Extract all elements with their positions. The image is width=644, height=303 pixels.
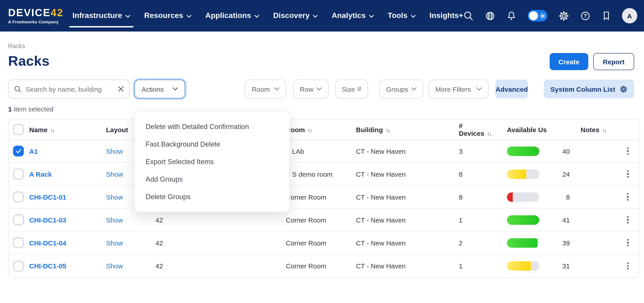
room-value: Corner Room	[286, 216, 326, 224]
actions-menu-item[interactable]: Delete with Detailed Confirmation	[135, 118, 290, 135]
sort-icon[interactable]: ↑↓	[308, 127, 312, 133]
row-checkbox[interactable]	[13, 168, 24, 179]
select-all-checkbox[interactable]	[13, 124, 24, 135]
filter-groups[interactable]: Groups	[379, 80, 423, 98]
filter-label: Room	[252, 85, 270, 93]
nav-resources[interactable]: Resources	[144, 11, 192, 20]
column-header[interactable]: # Devices↑↓	[450, 122, 495, 137]
capacity-bar	[507, 192, 539, 202]
row-checkbox[interactable]	[13, 260, 24, 271]
create-button[interactable]: Create	[550, 53, 588, 70]
actions-menu-item[interactable]: Add Groups	[135, 170, 290, 188]
layout-show-link[interactable]: Show	[106, 170, 123, 178]
column-header[interactable]: Building↑↓	[356, 126, 450, 133]
devices-cell: 8	[450, 193, 495, 201]
bookmark-icon[interactable]	[602, 10, 611, 21]
row-checkbox-cell	[8, 168, 29, 179]
row-actions-cell	[615, 145, 640, 157]
sort-icon[interactable]: ↑↓	[50, 127, 54, 133]
nav-insights[interactable]: Insights+	[430, 11, 463, 20]
sort-icon[interactable]: ↑↓	[602, 127, 606, 133]
column-header[interactable]: Room↑↓	[286, 126, 356, 133]
row-checkbox[interactable]	[13, 192, 24, 202]
filter-more-filters[interactable]: More Filters	[429, 80, 489, 98]
main-nav: Infrastructure Resources Applications Di…	[72, 11, 463, 20]
room-value: Corner Room	[286, 193, 326, 201]
table-row: CHI-DC1-05Show42Corner RoomCT - New Have…	[8, 254, 640, 278]
row-checkbox[interactable]	[13, 237, 24, 248]
actions-dropdown-button[interactable]: Actions	[134, 80, 186, 98]
filter-room[interactable]: Room	[245, 80, 286, 98]
name-cell: A1	[29, 147, 106, 155]
page-title: Racks	[8, 53, 634, 69]
row-actions-cell	[615, 191, 640, 203]
table-body: A1ShowLAbCT - New Haven340A RackShowS de…	[8, 140, 640, 278]
actions-menu-item[interactable]: Export Selected Items	[135, 153, 290, 170]
rack-name-link[interactable]: CHI-DC1-05	[29, 262, 66, 270]
capacity-bar-fill	[507, 146, 539, 156]
available-value: 39	[557, 239, 570, 246]
nav-infrastructure[interactable]: Infrastructure	[72, 11, 130, 20]
report-button[interactable]: Report	[593, 53, 634, 70]
nav-tools[interactable]: Tools	[388, 11, 416, 20]
actions-menu-item[interactable]: Fast Background Delete	[135, 135, 290, 153]
logo-text: DEVICE42	[8, 8, 63, 18]
globe-icon[interactable]	[485, 10, 495, 21]
layout-show-link[interactable]: Show	[106, 262, 123, 270]
available-cell: 39	[495, 238, 575, 248]
actions-menu-item[interactable]: Delete Groups	[135, 188, 290, 206]
row-checkbox-cell	[8, 237, 29, 248]
column-header[interactable]: Available Us	[495, 126, 575, 133]
nav-applications[interactable]: Applications	[205, 11, 259, 20]
help-icon[interactable]: ?	[580, 10, 590, 21]
table-row: A RackShowS demo roomCT - New Haven824	[8, 163, 640, 186]
search-icon[interactable]	[463, 10, 474, 21]
nav-discovery[interactable]: Discovery	[273, 11, 318, 20]
layout-show-link[interactable]: Show	[106, 216, 123, 224]
system-column-list-button[interactable]: System Column List	[544, 80, 634, 98]
row-menu-button[interactable]	[622, 191, 634, 203]
filter-row[interactable]: Row	[293, 80, 328, 98]
filter-size[interactable]: Size#	[335, 80, 368, 98]
row-checkbox[interactable]	[13, 146, 24, 156]
row-menu-button[interactable]	[622, 237, 634, 248]
row-menu-button[interactable]	[622, 168, 634, 180]
capacity-bar	[507, 238, 539, 248]
toggle-knob	[529, 11, 538, 20]
notifications-bell-icon[interactable]	[506, 10, 516, 21]
column-header[interactable]: Notes↑↓	[575, 126, 615, 133]
chevron-down-icon	[313, 14, 318, 18]
column-header-label: # Devices	[459, 122, 484, 137]
rack-name-link[interactable]: CHI-DC1-01	[29, 193, 66, 201]
selection-status: 1 item selected	[8, 105, 634, 113]
column-header[interactable]: Name↑↓	[29, 126, 106, 133]
nav-label: Applications	[205, 11, 251, 20]
search-input[interactable]	[26, 85, 114, 93]
layout-cell: Show	[106, 216, 156, 224]
rack-name-link[interactable]: A Rack	[29, 170, 52, 178]
rack-name-link[interactable]: A1	[29, 147, 38, 155]
layout-show-link[interactable]: Show	[106, 147, 123, 155]
main-content: Racks Racks Create Report Actions Room R…	[0, 43, 644, 278]
advanced-button[interactable]: Advanced	[496, 80, 528, 98]
device42-logo[interactable]: DEVICE42 A Freshworks Company	[8, 8, 63, 24]
room-value: LAb	[292, 147, 304, 155]
row-menu-button[interactable]	[622, 260, 634, 272]
row-menu-button[interactable]	[622, 145, 634, 157]
theme-toggle[interactable]	[528, 10, 548, 22]
gear-icon[interactable]	[558, 10, 569, 21]
sort-icon[interactable]: ↑↓	[487, 131, 491, 137]
user-avatar[interactable]: A	[622, 8, 637, 24]
rack-name-link[interactable]: CHI-DC1-03	[29, 216, 66, 224]
nav-analytics[interactable]: Analytics	[332, 11, 374, 20]
rack-name-link[interactable]: CHI-DC1-04	[29, 239, 66, 246]
layout-show-link[interactable]: Show	[106, 239, 123, 246]
nav-label: Analytics	[332, 11, 366, 20]
nav-label: Discovery	[273, 11, 310, 20]
row-checkbox[interactable]	[13, 214, 24, 225]
sort-icon[interactable]: ↑↓	[386, 127, 390, 133]
layout-show-link[interactable]: Show	[106, 193, 123, 201]
clear-search-icon[interactable]	[118, 86, 124, 92]
breadcrumb[interactable]: Racks	[8, 43, 634, 50]
row-menu-button[interactable]	[622, 214, 634, 226]
